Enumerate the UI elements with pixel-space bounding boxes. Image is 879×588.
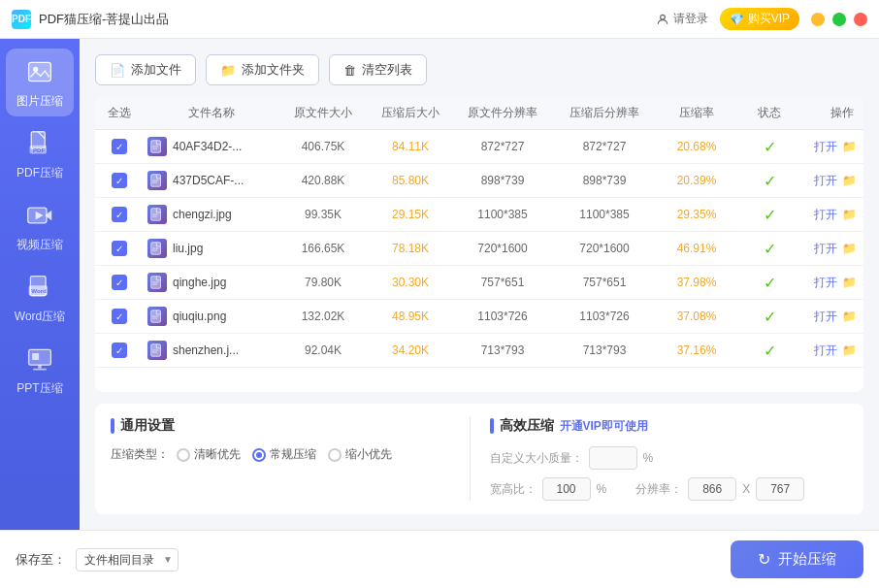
open-btn-1[interactable]: 打开 bbox=[814, 173, 837, 189]
quality-input[interactable] bbox=[589, 446, 637, 470]
ratio-4: 37.98% bbox=[658, 273, 735, 292]
action-1: 打开 📁 ✕ bbox=[803, 171, 863, 190]
col-name: 文件名称 bbox=[144, 105, 279, 121]
svg-rect-12 bbox=[29, 349, 51, 365]
folder-btn-3[interactable]: 📁 bbox=[842, 242, 857, 255]
section-bar bbox=[111, 418, 114, 434]
radio-dot-small bbox=[328, 448, 342, 462]
del-btn-2[interactable]: ✕ bbox=[862, 208, 864, 221]
del-btn-3[interactable]: ✕ bbox=[862, 242, 864, 255]
add-folder-icon: 📁 bbox=[220, 63, 236, 78]
row-checkbox-2[interactable]: ✓ bbox=[112, 207, 127, 222]
orig-res-4: 757*651 bbox=[454, 273, 551, 292]
folder-btn-1[interactable]: 📁 bbox=[842, 174, 857, 187]
svg-text:PDF: PDF bbox=[33, 146, 45, 152]
res-width-input[interactable] bbox=[688, 477, 736, 501]
folder-btn-4[interactable]: 📁 bbox=[842, 276, 857, 289]
titlebar-left: PDF PDF猫压缩-菩提山出品 bbox=[12, 10, 169, 29]
comp-size-0: 84.11K bbox=[367, 137, 454, 156]
open-btn-6[interactable]: 打开 bbox=[814, 343, 837, 359]
add-file-button[interactable]: 📄 添加文件 bbox=[95, 54, 196, 85]
action-3: 打开 📁 ✕ bbox=[803, 239, 863, 258]
comp-size-1: 85.80K bbox=[367, 171, 454, 190]
del-btn-4[interactable]: ✕ bbox=[862, 276, 864, 289]
sidebar-item-image[interactable]: 图片压缩 bbox=[6, 49, 74, 116]
status-1: ✓ bbox=[735, 171, 803, 190]
svg-text:Word: Word bbox=[31, 287, 47, 294]
window-controls bbox=[811, 13, 867, 26]
titlebar-right: 请登录 💎 购买VIP bbox=[656, 8, 867, 30]
status-4: ✓ bbox=[735, 273, 803, 292]
open-btn-4[interactable]: 打开 bbox=[814, 275, 837, 291]
bottom-bar: 保存至： 文件相同目录 ▼ ↻ 开始压缩 bbox=[0, 530, 879, 588]
status-0: ✓ bbox=[735, 137, 803, 156]
section-bar-adv bbox=[490, 418, 494, 434]
row-checkbox-0[interactable]: ✓ bbox=[112, 139, 127, 154]
row-checkbox-1[interactable]: ✓ bbox=[112, 173, 127, 188]
vip-button[interactable]: 💎 购买VIP bbox=[720, 8, 799, 30]
settings-panel: 通用设置 压缩类型： 清晰优先 常规压缩 bbox=[95, 404, 863, 514]
minimize-button[interactable] bbox=[811, 13, 825, 26]
open-btn-5[interactable]: 打开 bbox=[814, 309, 837, 325]
sidebar-item-pdf[interactable]: PDF PDF压缩 bbox=[6, 120, 74, 188]
svg-point-0 bbox=[660, 15, 665, 19]
sidebar-item-video[interactable]: 视频压缩 bbox=[6, 192, 74, 260]
word-compress-icon: Word bbox=[24, 272, 55, 303]
file-thumb-1 bbox=[147, 171, 167, 190]
status-5: ✓ bbox=[735, 307, 803, 326]
row-checkbox-5[interactable]: ✓ bbox=[112, 309, 127, 324]
radio-small[interactable]: 缩小优先 bbox=[328, 446, 392, 463]
pdf-compress-icon: PDF bbox=[24, 128, 55, 159]
file-thumb-6 bbox=[147, 341, 167, 360]
open-btn-3[interactable]: 打开 bbox=[814, 241, 837, 257]
svg-rect-14 bbox=[33, 368, 47, 370]
orig-size-0: 406.75K bbox=[279, 137, 367, 156]
radio-dot-clear bbox=[177, 448, 190, 462]
del-btn-0[interactable]: ✕ bbox=[862, 140, 864, 153]
radio-normal[interactable]: 常规压缩 bbox=[252, 446, 316, 463]
settings-general: 通用设置 压缩类型： 清晰优先 常规压缩 bbox=[111, 417, 470, 463]
file-name-6: shenzhen.j... bbox=[173, 343, 239, 357]
close-button[interactable] bbox=[854, 13, 867, 26]
login-button[interactable]: 请登录 bbox=[656, 11, 708, 27]
ratio-2: 29.35% bbox=[658, 205, 735, 224]
folder-btn-2[interactable]: 📁 bbox=[842, 208, 857, 221]
save-location-select[interactable]: 文件相同目录 bbox=[76, 548, 179, 572]
del-btn-6[interactable]: ✕ bbox=[862, 343, 864, 357]
open-btn-0[interactable]: 打开 bbox=[814, 139, 837, 155]
del-btn-1[interactable]: ✕ bbox=[862, 174, 864, 187]
radio-clear[interactable]: 清晰优先 bbox=[177, 446, 241, 463]
add-folder-button[interactable]: 📁 添加文件夹 bbox=[206, 54, 319, 85]
col-comp-res: 压缩后分辨率 bbox=[551, 105, 658, 121]
table-row: ✓ shenzhen.j... 92.04K 34.20K 713*793 71… bbox=[95, 334, 863, 368]
orig-res-3: 720*1600 bbox=[454, 239, 551, 258]
sidebar-item-word[interactable]: Word Word压缩 bbox=[6, 264, 74, 332]
sidebar-item-ppt[interactable]: PPT压缩 bbox=[6, 336, 74, 404]
ratio-input[interactable] bbox=[542, 477, 591, 501]
svg-rect-15 bbox=[32, 352, 39, 359]
vip-link[interactable]: 开通VIP即可使用 bbox=[560, 418, 648, 435]
diamond-icon: 💎 bbox=[730, 13, 744, 26]
row-checkbox-4[interactable]: ✓ bbox=[112, 275, 127, 290]
del-btn-5[interactable]: ✕ bbox=[862, 310, 864, 323]
save-row: 保存至： 文件相同目录 ▼ bbox=[16, 548, 179, 572]
app-title: PDF猫压缩-菩提山出品 bbox=[39, 11, 169, 28]
open-btn-2[interactable]: 打开 bbox=[814, 207, 837, 223]
clear-list-button[interactable]: 🗑 清空列表 bbox=[329, 54, 427, 85]
image-compress-icon bbox=[24, 56, 55, 87]
svg-rect-13 bbox=[38, 365, 42, 369]
advanced-title: 高效压缩 开通VIP即可使用 bbox=[490, 417, 849, 435]
sidebar-item-label-word: Word压缩 bbox=[15, 309, 65, 325]
col-comp-size: 压缩后大小 bbox=[367, 105, 454, 121]
comp-res-1: 898*739 bbox=[551, 171, 658, 190]
row-checkbox-3[interactable]: ✓ bbox=[112, 241, 127, 256]
orig-size-5: 132.02K bbox=[279, 307, 367, 326]
file-thumb-2 bbox=[147, 205, 167, 224]
maximize-button[interactable] bbox=[832, 13, 846, 26]
res-height-input[interactable] bbox=[756, 477, 804, 501]
folder-btn-0[interactable]: 📁 bbox=[842, 140, 857, 153]
folder-btn-6[interactable]: 📁 bbox=[842, 343, 857, 357]
folder-btn-5[interactable]: 📁 bbox=[842, 310, 857, 323]
start-compress-button[interactable]: ↻ 开始压缩 bbox=[731, 540, 863, 578]
row-checkbox-6[interactable]: ✓ bbox=[112, 343, 127, 358]
